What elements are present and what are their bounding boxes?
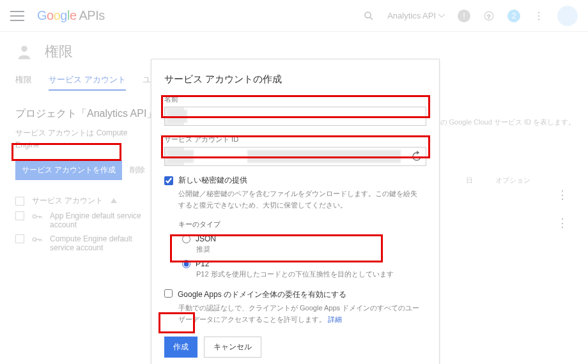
furnish-new-key-label: 新しい秘密鍵の提供 [178, 175, 247, 186]
cancel-button[interactable]: キャンセル [204, 337, 261, 358]
key-type-p12-sub: P12 形式を使用したコードとの下位互換性を目的としています [196, 269, 426, 279]
row-checkbox[interactable] [15, 211, 24, 220]
service-account-name[interactable]: Compute Engine default service account [50, 234, 143, 252]
svg-point-12 [33, 238, 36, 241]
svg-point-8 [33, 215, 36, 218]
learn-more-link[interactable]: 詳細 [328, 315, 342, 323]
delete-button[interactable]: 削除 [130, 165, 145, 176]
page-title: 権限 [45, 42, 73, 61]
column-date: 日 [466, 176, 473, 185]
key-type-p12-label: P12 [196, 259, 209, 268]
search-icon[interactable] [363, 10, 375, 22]
sort-icon[interactable] [111, 198, 117, 204]
user-avatar[interactable] [557, 6, 578, 26]
dialog-title: サービス アカウントの作成 [164, 73, 426, 86]
project-name: Analytics API [387, 11, 436, 20]
create-button[interactable]: 作成 [164, 337, 197, 358]
svg-point-4 [538, 11, 540, 13]
furnish-new-key-checkbox[interactable] [164, 176, 173, 185]
name-label: 名前 [164, 95, 426, 104]
create-service-account-dialog: サービス アカウントの作成 名前 サービス アカウント ID 新しい秘密鍵の提供… [151, 59, 440, 364]
column-options: オプション [495, 176, 530, 185]
messages-badge[interactable]: 2 [507, 10, 520, 22]
help-icon[interactable]: ? [483, 10, 495, 22]
domain-wide-delegation-description: 手動での認証なしで、クライアントが Google Apps ドメインのすべてのユ… [178, 303, 421, 325]
more-vert-icon[interactable] [533, 10, 545, 22]
google-apis-logo: GoogleAPIs [37, 8, 105, 23]
refresh-icon[interactable] [411, 151, 422, 162]
tab-permissions[interactable]: 権限 [15, 74, 32, 91]
menu-icon[interactable] [10, 11, 24, 21]
key-type-json-sub: 推奨 [196, 245, 426, 254]
tab-service-accounts[interactable]: サービス アカウント [49, 74, 126, 91]
key-icon [32, 213, 42, 220]
key-type-json-radio[interactable] [182, 235, 190, 243]
svg-line-1 [370, 17, 373, 20]
svg-point-7 [21, 46, 27, 52]
key-type-label: キーのタイプ [178, 220, 426, 229]
notification-icon[interactable]: ! [458, 10, 470, 22]
select-all-checkbox[interactable] [15, 197, 24, 206]
key-icon [32, 236, 42, 243]
row-checkbox[interactable] [15, 234, 24, 243]
svg-point-0 [365, 12, 371, 18]
svg-point-6 [538, 18, 540, 20]
svg-point-5 [538, 15, 540, 17]
service-account-name[interactable]: App Engine default service account [50, 211, 143, 229]
chevron-down-icon [438, 14, 445, 18]
key-type-json-label: JSON [196, 234, 216, 243]
create-service-account-button[interactable]: サービス アカウントを作成 [15, 160, 122, 180]
domain-wide-delegation-label: Google Apps のドメイン全体の委任を有効にする [178, 289, 346, 300]
app-header: GoogleAPIs Analytics API ! ? 2 [0, 0, 588, 32]
person-icon [15, 43, 33, 61]
furnish-new-key-description: 公開鍵／秘密鍵のペアを含むファイルをダウンロードします。この鍵を紛失すると復元で… [178, 188, 421, 211]
project-dropdown[interactable]: Analytics API [387, 11, 445, 20]
background-description-tail: などの Google Cloud サービス ID を表します。 [426, 118, 576, 127]
domain-wide-delegation-checkbox[interactable] [164, 289, 173, 298]
row-menu-icon[interactable]: ⋮ [557, 193, 569, 196]
project-description: サービス アカウントは Compute Engine [15, 127, 150, 151]
service-account-id-label: サービス アカウント ID [164, 135, 426, 144]
name-input[interactable] [164, 107, 426, 126]
row-menu-icon[interactable]: ⋮ [557, 222, 569, 224]
key-type-p12-radio[interactable] [182, 260, 190, 268]
column-service-account: サービス アカウント [32, 195, 103, 206]
svg-text:?: ? [487, 12, 491, 19]
